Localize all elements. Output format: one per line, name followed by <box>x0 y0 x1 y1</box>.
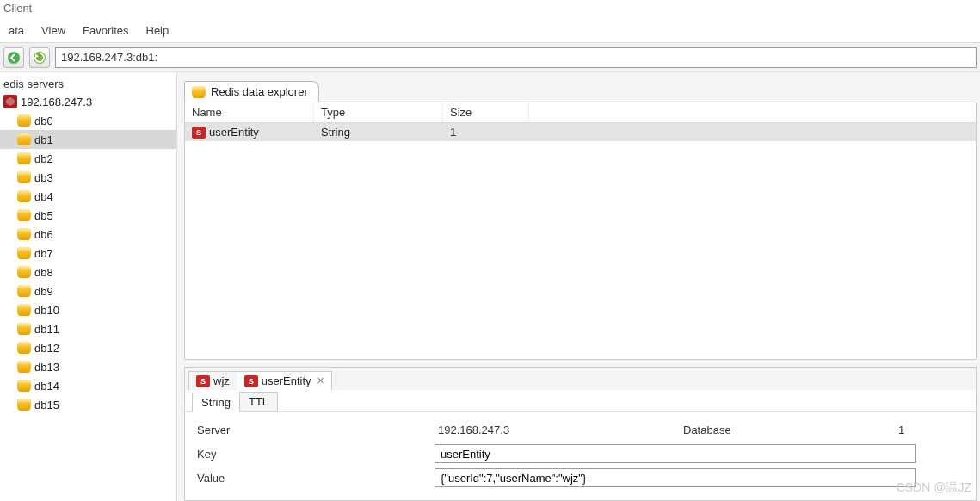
database-icon <box>192 86 206 98</box>
tree-db-db9[interactable]: db9 <box>0 281 176 300</box>
menu-help[interactable]: Help <box>138 22 178 39</box>
row-size: 1 <box>443 123 529 141</box>
db-label: db11 <box>34 323 59 336</box>
col-header-name[interactable]: Name <box>185 102 314 122</box>
detail-tab-label: wjz <box>213 374 230 387</box>
address-bar[interactable] <box>55 47 977 68</box>
database-icon <box>17 304 31 316</box>
db-label: db15 <box>34 399 59 411</box>
database-icon <box>17 171 31 183</box>
database-icon <box>17 228 31 240</box>
tree-server-node[interactable]: 192.168.247.3 <box>0 92 176 111</box>
content-area: Redis data explorer Name Type Size userE… <box>177 72 980 501</box>
col-header-size[interactable]: Size <box>443 102 529 122</box>
server-field-label: Server <box>194 424 435 436</box>
db-label: db4 <box>34 190 53 203</box>
toolbar <box>0 43 980 72</box>
server-label: 192.168.247.3 <box>21 96 92 108</box>
database-icon <box>17 133 31 145</box>
tree-db-db13[interactable]: db13 <box>0 357 176 376</box>
db-label: db14 <box>34 380 59 393</box>
tree-db-db14[interactable]: db14 <box>0 376 176 395</box>
menu-data[interactable]: ata <box>0 22 33 39</box>
back-arrow-icon <box>7 51 21 65</box>
subtab-string[interactable]: String <box>192 393 240 412</box>
row-type: String <box>314 123 443 141</box>
db-label: db1 <box>34 133 53 146</box>
tree-db-db15[interactable]: db15 <box>0 395 176 414</box>
database-icon <box>17 266 31 278</box>
col-header-type[interactable]: Type <box>314 102 443 122</box>
window-title: Client <box>0 0 980 19</box>
detail-tab-label: userEntity <box>262 374 311 387</box>
database-icon <box>17 380 31 392</box>
database-field-label: Database <box>683 424 898 436</box>
database-icon <box>17 114 31 127</box>
back-button[interactable] <box>3 47 24 68</box>
db-label: db2 <box>34 152 53 165</box>
data-explorer: Name Type Size userEntityString1 <box>184 102 977 360</box>
redis-icon <box>3 95 17 108</box>
grid-header: Name Type Size <box>185 102 976 123</box>
database-icon <box>17 152 31 164</box>
key-input[interactable] <box>435 444 916 463</box>
tree-db-db8[interactable]: db8 <box>0 263 176 281</box>
sidebar: edis servers 192.168.247.3 db0db1db2db3d… <box>0 72 177 501</box>
string-type-icon <box>244 375 258 387</box>
db-label: db8 <box>34 266 53 279</box>
refresh-icon <box>33 51 46 65</box>
database-icon <box>17 209 31 221</box>
menu-view[interactable]: View <box>33 22 74 39</box>
table-row[interactable]: userEntityString1 <box>185 123 976 141</box>
detail-panel: wjzuserEntity✕ String TTL Server 192.168… <box>184 367 977 501</box>
detail-subtabs: String TTL <box>185 390 976 412</box>
explorer-tab[interactable]: Redis data explorer <box>184 81 319 102</box>
tree-db-db2[interactable]: db2 <box>0 149 176 168</box>
tree-db-db7[interactable]: db7 <box>0 244 176 263</box>
database-icon <box>17 342 31 354</box>
database-icon <box>17 247 31 259</box>
tree-db-db12[interactable]: db12 <box>0 338 176 357</box>
menu-bar: ata View Favorites Help <box>0 19 980 43</box>
detail-tab-userEntity[interactable]: userEntity✕ <box>237 371 332 390</box>
db-label: db6 <box>34 228 53 241</box>
db-label: db5 <box>34 209 53 222</box>
tree-db-db6[interactable]: db6 <box>0 225 176 244</box>
detail-form: Server 192.168.247.3 Database 1 Key Valu… <box>185 412 976 495</box>
db-label: db3 <box>34 171 53 184</box>
server-field-value: 192.168.247.3 <box>435 424 683 436</box>
row-name: userEntity <box>209 126 259 139</box>
refresh-button[interactable] <box>29 47 50 68</box>
tree-db-db3[interactable]: db3 <box>0 168 176 187</box>
explorer-tab-row: Redis data explorer <box>181 77 980 102</box>
tree-db-db0[interactable]: db0 <box>0 111 176 130</box>
menu-favorites[interactable]: Favorites <box>74 22 137 39</box>
tree-db-db4[interactable]: db4 <box>0 187 176 206</box>
db-label: db7 <box>34 247 53 260</box>
grid-body: userEntityString1 <box>185 123 976 359</box>
tree-db-db10[interactable]: db10 <box>0 300 176 319</box>
database-field-value: 1 <box>898 424 967 436</box>
detail-tabs: wjzuserEntity✕ <box>185 368 976 390</box>
server-tree: 192.168.247.3 db0db1db2db3db4db5db6db7db… <box>0 92 176 414</box>
sidebar-heading: edis servers <box>0 76 176 92</box>
close-icon[interactable]: ✕ <box>317 375 324 387</box>
value-field-label: Value <box>194 472 435 485</box>
tree-db-db1[interactable]: db1 <box>0 130 176 149</box>
database-icon <box>17 399 31 411</box>
tree-db-db11[interactable]: db11 <box>0 319 176 338</box>
detail-tab-wjz[interactable]: wjz <box>188 371 237 390</box>
db-label: db0 <box>34 114 53 127</box>
tree-db-db5[interactable]: db5 <box>0 206 176 225</box>
database-icon <box>17 190 31 202</box>
database-icon <box>17 323 31 335</box>
value-input[interactable] <box>435 468 916 487</box>
string-type-icon <box>196 375 210 387</box>
explorer-tab-label: Redis data explorer <box>211 85 308 98</box>
db-label: db9 <box>34 285 53 298</box>
database-icon <box>17 285 31 297</box>
db-label: db10 <box>34 304 59 317</box>
svg-point-0 <box>8 52 20 64</box>
key-field-label: Key <box>194 448 435 461</box>
subtab-ttl[interactable]: TTL <box>239 392 278 411</box>
